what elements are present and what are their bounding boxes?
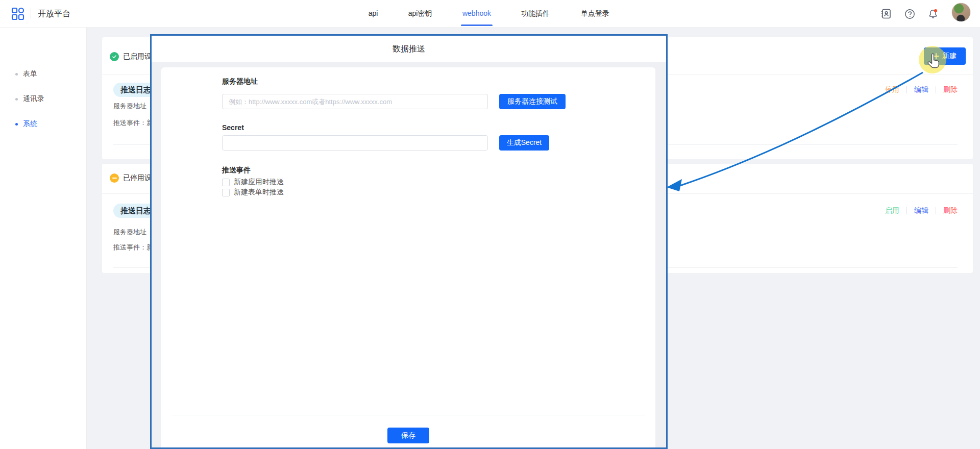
entry-actions: 启用 编辑 删除 xyxy=(885,206,958,216)
page-title: 开放平台 xyxy=(38,0,70,28)
card-status-row: 已启用设 xyxy=(110,52,152,62)
sidebar-item-label: 表单 xyxy=(23,69,37,79)
status-label: 已停用设 xyxy=(123,173,152,183)
new-button[interactable]: 新建 xyxy=(924,47,966,65)
modal-body: 服务器地址 服务器连接测试 Secret 生成Secret 推送事件 新建应用时… xyxy=(161,67,655,447)
enable-link[interactable]: 启用 xyxy=(885,206,899,215)
status-label: 已启用设 xyxy=(123,52,152,61)
title-divider xyxy=(31,9,31,19)
server-address-line: 服务器地址 xyxy=(113,102,146,111)
tab-webhook[interactable]: webhook xyxy=(458,0,496,28)
edit-link[interactable]: 编辑 xyxy=(914,206,928,215)
server-address-line: 服务器地址 xyxy=(113,228,146,237)
sidebar-item-form[interactable]: 表单 xyxy=(0,69,87,79)
checkbox-new-form[interactable] xyxy=(222,189,230,196)
server-address-label: 服务器地址 xyxy=(222,77,258,86)
checkbox-new-app[interactable] xyxy=(222,179,230,186)
edit-link[interactable]: 编辑 xyxy=(914,85,928,94)
push-event-line: 推送事件：新 xyxy=(113,118,153,128)
divider xyxy=(172,415,645,415)
bullet-icon xyxy=(15,73,18,76)
checkbox-label[interactable]: 新建表单时推送 xyxy=(234,188,284,197)
app-grid-icon[interactable] xyxy=(11,7,24,20)
sidebar-item-system[interactable]: 系统 xyxy=(0,119,87,129)
server-address-input[interactable] xyxy=(222,94,488,109)
push-event-line: 推送事件：新 xyxy=(113,243,153,252)
data-push-modal: 数据推送 服务器地址 服务器连接测试 Secret 生成Secret 推送事件 … xyxy=(150,34,668,449)
push-event-option-form: 新建表单时推送 xyxy=(222,188,284,197)
divider xyxy=(906,86,907,93)
save-button[interactable]: 保存 xyxy=(387,428,429,443)
sidebar-item-contacts[interactable]: 通讯录 xyxy=(0,94,87,104)
bullet-icon xyxy=(15,98,18,101)
plus-icon xyxy=(933,53,939,59)
tab-api-key[interactable]: api密钥 xyxy=(403,0,437,28)
disable-link[interactable]: 停用 xyxy=(885,85,899,94)
enabled-check-icon xyxy=(110,52,119,61)
secret-label: Secret xyxy=(222,123,244,132)
checkbox-label[interactable]: 新建应用时推送 xyxy=(234,178,284,187)
notification-bell-icon[interactable] xyxy=(925,6,941,22)
divider xyxy=(936,207,936,214)
modal-title: 数据推送 xyxy=(152,36,666,62)
sidebar-item-label: 系统 xyxy=(23,119,37,129)
divider xyxy=(906,207,907,214)
delete-link[interactable]: 删除 xyxy=(943,206,958,215)
delete-link[interactable]: 删除 xyxy=(943,85,958,94)
secret-input[interactable] xyxy=(222,135,488,151)
sidebar-item-label: 通讯录 xyxy=(23,94,44,104)
help-icon[interactable] xyxy=(901,6,918,22)
address-book-icon[interactable] xyxy=(878,6,894,22)
tab-api[interactable]: api xyxy=(361,0,385,28)
bullet-icon xyxy=(15,123,18,126)
user-avatar[interactable] xyxy=(951,3,971,22)
tab-sso[interactable]: 单点登录 xyxy=(577,0,614,28)
disabled-minus-icon xyxy=(110,173,119,183)
new-button-label: 新建 xyxy=(942,52,957,61)
entry-actions: 停用 编辑 删除 xyxy=(885,85,958,95)
sidebar: 表单 通讯录 系统 xyxy=(0,28,87,449)
server-test-button[interactable]: 服务器连接测试 xyxy=(499,94,566,109)
card-status-row: 已停用设 xyxy=(110,173,152,183)
top-header: 开放平台 api api密钥 webhook 功能插件 单点登录 xyxy=(0,0,980,28)
divider xyxy=(936,86,936,93)
push-events-label: 推送事件 xyxy=(222,166,251,175)
push-event-option-app: 新建应用时推送 xyxy=(222,178,284,187)
generate-secret-button[interactable]: 生成Secret xyxy=(499,135,549,151)
tab-plugins[interactable]: 功能插件 xyxy=(517,0,554,28)
